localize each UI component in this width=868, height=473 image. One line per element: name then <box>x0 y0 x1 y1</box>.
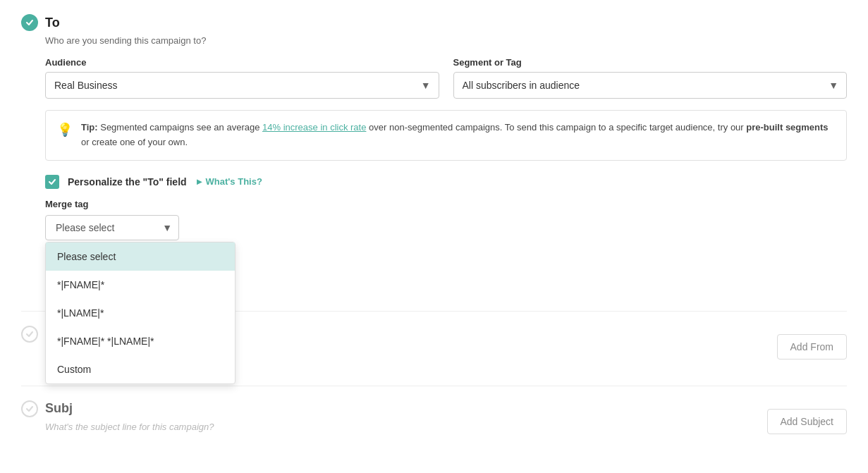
subject-title: Subj <box>45 401 73 416</box>
subject-subtitle: What's the subject line for this campaig… <box>45 422 214 432</box>
audience-select[interactable]: Real Business Test Audience <box>45 72 439 99</box>
tip-text: Tip: Segmented campaigns see an average … <box>81 121 835 150</box>
segment-field-group: Segment or Tag All subscribers in audien… <box>453 57 848 99</box>
merge-tag-dropdown: Please select *|FNAME|* *|LNAME|* *|FNAM… <box>45 242 236 384</box>
from-who-icon <box>21 326 38 343</box>
audience-select-wrapper: Real Business Test Audience ▼ <box>45 72 439 99</box>
subject-header: Subj <box>21 400 214 417</box>
dropdown-item-custom[interactable]: Custom <box>46 355 235 383</box>
segment-label: Segment or Tag <box>453 57 848 68</box>
to-section-header: To <box>21 14 847 31</box>
dropdown-item-please-select[interactable]: Please select <box>46 242 235 271</box>
add-subject-button[interactable]: Add Subject <box>767 409 848 434</box>
merge-tag-row: Merge tag Please select *|FNAME|* *|LNAM… <box>45 199 847 240</box>
subject-section: Subj What's the subject line for this ca… <box>21 400 847 443</box>
to-section-title: To <box>45 16 60 30</box>
merge-tag-select[interactable]: Please select *|FNAME|* *|LNAME|* *|FNAM… <box>45 215 179 240</box>
tip-link[interactable]: 14% increase in click rate <box>262 122 366 133</box>
personalize-label: Personalize the "To" field <box>68 176 187 188</box>
segment-select[interactable]: All subscribers in audience New subscrib… <box>453 72 848 99</box>
audience-field-group: Audience Real Business Test Audience ▼ <box>45 57 439 99</box>
lightbulb-icon: 💡 <box>57 122 73 137</box>
audience-label: Audience <box>45 57 439 68</box>
merge-tag-label: Merge tag <box>45 199 847 209</box>
dropdown-item-fname[interactable]: *|FNAME|* <box>46 271 235 299</box>
subject-icon <box>21 400 38 417</box>
segment-select-wrapper: All subscribers in audience New subscrib… <box>453 72 848 99</box>
to-section: To Who are you sending this campaign to?… <box>21 14 847 294</box>
tip-box: 💡 Tip: Segmented campaigns see an averag… <box>45 110 847 161</box>
whats-this-link[interactable]: ► What's This? <box>195 176 262 187</box>
add-from-button[interactable]: Add From <box>777 334 847 360</box>
subject-left: Subj What's the subject line for this ca… <box>21 400 214 443</box>
personalize-checkbox[interactable] <box>45 175 59 189</box>
dropdown-item-fname-lname[interactable]: *|FNAME|* *|LNAME|* <box>46 327 235 355</box>
dropdown-item-lname[interactable]: *|LNAME|* <box>46 299 235 327</box>
to-section-icon <box>21 14 38 31</box>
section-divider-2 <box>21 386 847 386</box>
page-container: To Who are you sending this campaign to?… <box>0 0 868 457</box>
to-section-subtitle: Who are you sending this campaign to? <box>45 35 847 46</box>
audience-segment-row: Audience Real Business Test Audience ▼ S… <box>45 57 847 99</box>
merge-tag-select-wrapper: Please select *|FNAME|* *|LNAME|* *|FNAM… <box>45 215 179 240</box>
personalize-row: Personalize the "To" field ► What's This… <box>45 175 847 189</box>
